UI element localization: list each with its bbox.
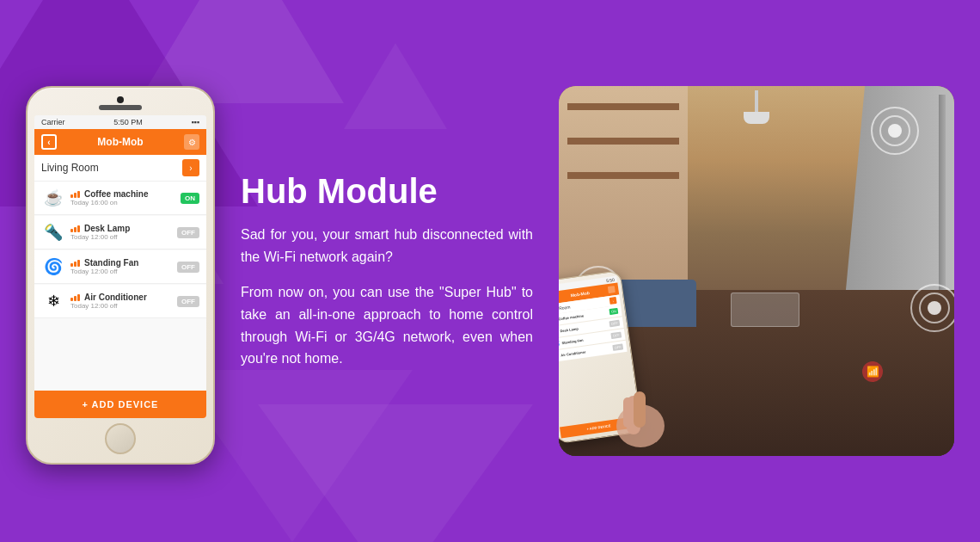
wifi-signal-icon: 📶 <box>867 366 879 378</box>
fan-icon: 🌀 <box>41 255 65 279</box>
mini-settings-icon <box>608 286 616 293</box>
mini-fan-icon: 🌀 <box>559 340 560 348</box>
lamp-icon: 🔦 <box>41 220 65 244</box>
lamp-device-time: Today 12:00 off <box>70 233 172 241</box>
mini-ac-icon: ❄ <box>559 352 560 360</box>
lamp-toggle[interactable]: OFF <box>177 227 199 238</box>
add-device-button[interactable]: + ADD DEVICE <box>34 391 206 418</box>
mini-coffee-toggle: ON <box>609 308 618 315</box>
signal-strength <box>70 294 80 301</box>
coffee-toggle[interactable]: ON <box>181 193 199 204</box>
nav-bar: ‹ Mob-Mob ⚙ <box>34 129 206 155</box>
hub-paragraph-2: From now on, you can use the "Super Hub"… <box>241 281 533 369</box>
signal-strength <box>70 191 80 198</box>
room-image-frame: 📶 Carrier 5:50 ‹ Mob-Mob Livin <box>559 86 954 456</box>
svg-rect-2 <box>634 391 646 428</box>
back-icon: ‹ <box>47 138 50 147</box>
home-button[interactable] <box>105 423 136 454</box>
settings-button[interactable]: ⚙ <box>184 134 199 150</box>
hub-title: Hub Module <box>241 172 533 210</box>
carrier-label: Carrier <box>41 118 65 126</box>
chevron-right-icon: › <box>189 163 192 173</box>
phone-screen: Carrier 5:50 PM ▪▪▪ ‹ Mob-Mob ⚙ Livi <box>34 115 206 418</box>
signal-strength <box>70 260 80 267</box>
device-info-ac: Air Conditioner Today 12:00 off <box>70 293 172 310</box>
mini-fan-toggle: OFF <box>610 332 622 340</box>
shelf-2 <box>567 138 679 145</box>
page-wrapper: Carrier 5:50 PM ▪▪▪ ‹ Mob-Mob ⚙ Livi <box>0 0 980 542</box>
ac-device-name: Air Conditioner <box>84 293 147 302</box>
time-label: 5:50 PM <box>113 118 143 126</box>
device-item-lamp[interactable]: 🔦 Desk Lamp Today 12:00 off <box>34 216 206 249</box>
hub-paragraph-1: Sad for you, your smart hub disconnected… <box>241 224 533 268</box>
phone-body: Carrier 5:50 PM ▪▪▪ ‹ Mob-Mob ⚙ Livi <box>26 86 215 465</box>
app-title: Mob-Mob <box>60 136 181 148</box>
shelf-3 <box>567 172 679 179</box>
mini-room-arrow: › <box>609 297 617 305</box>
room-bar[interactable]: Living Room › <box>34 155 206 182</box>
mini-ac-info: Air Conditioner <box>560 346 611 357</box>
wall-left <box>559 86 688 290</box>
ac-toggle[interactable]: OFF <box>177 296 199 307</box>
ceiling-lamp <box>744 112 769 124</box>
coffee-icon: ☕ <box>41 186 65 210</box>
fan-toggle[interactable]: OFF <box>177 262 199 273</box>
mini-lamp-toggle: OFF <box>609 320 620 328</box>
ac-device-time: Today 12:00 off <box>70 302 172 310</box>
glass-table <box>731 293 799 327</box>
fan-device-time: Today 12:00 off <box>70 268 172 275</box>
battery-icon: ▪▪▪ <box>191 118 199 126</box>
device-info-coffee: Coffee machine Today 16:00 on <box>70 189 175 206</box>
lamp-device-name: Desk Lamp <box>84 224 130 233</box>
signal-strength <box>70 225 80 232</box>
device-list: ☕ Coffee machine Today 16:00 on <box>34 182 206 391</box>
svg-rect-3 <box>623 397 632 428</box>
status-bar: Carrier 5:50 PM ▪▪▪ <box>34 115 206 129</box>
room-name: Living Room <box>41 162 99 174</box>
device-info-lamp: Desk Lamp Today 12:00 off <box>70 224 172 241</box>
phone-speaker <box>99 105 142 110</box>
device-item-fan[interactable]: 🌀 Standing Fan Today 12:00 off <box>34 250 206 284</box>
coffee-device-time: Today 16:00 on <box>70 199 175 206</box>
fan-device-name: Standing Fan <box>84 258 138 268</box>
back-button[interactable]: ‹ <box>41 134 57 150</box>
mini-phone-mockup: Carrier 5:50 ‹ Mob-Mob Living Room › ☕ <box>559 275 658 447</box>
ac-icon: ❄ <box>41 289 65 313</box>
room-navigate-button[interactable]: › <box>182 159 199 176</box>
mini-ac-name: Air Conditioner <box>560 346 611 357</box>
content-area: Hub Module Sad for you, your smart hub d… <box>241 172 533 370</box>
room-image-area: 📶 Carrier 5:50 ‹ Mob-Mob Livin <box>559 86 954 456</box>
settings-icon: ⚙ <box>188 138 196 147</box>
phone-camera <box>117 96 124 103</box>
phone-mockup: Carrier 5:50 PM ▪▪▪ ‹ Mob-Mob ⚙ Livi <box>26 86 215 465</box>
shelf-1 <box>567 103 679 110</box>
hub-description: Sad for you, your smart hub disconnected… <box>241 224 533 370</box>
hand-illustration <box>606 344 675 447</box>
device-info-fan: Standing Fan Today 12:00 off <box>70 258 172 275</box>
device-item-coffee[interactable]: ☕ Coffee machine Today 16:00 on <box>34 182 206 215</box>
coffee-device-name: Coffee machine <box>84 189 148 199</box>
device-item-ac[interactable]: ❄ Air Conditioner Today 12:00 off <box>34 285 206 318</box>
